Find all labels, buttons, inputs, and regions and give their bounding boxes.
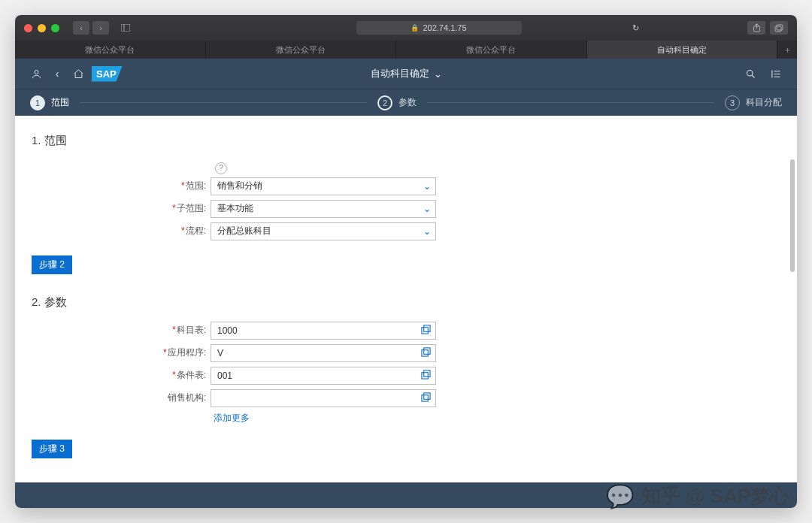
section-heading-1: 1. 范围 — [32, 134, 780, 148]
svg-rect-14 — [424, 347, 430, 353]
subscope-select[interactable]: 基本功能 ⌄ — [211, 200, 436, 218]
sales-org-input[interactable] — [211, 389, 436, 407]
wizard-step-label: 科目分配 — [746, 96, 782, 109]
svg-point-6 — [747, 70, 753, 76]
address-text: 202.74.1.75 — [423, 23, 466, 32]
share-button[interactable] — [747, 21, 765, 35]
chart-of-accounts-input[interactable]: 1000 — [211, 322, 436, 340]
maximize-window-button[interactable] — [51, 24, 59, 32]
sap-logo: SAP — [92, 66, 123, 82]
input-value: 1000 — [217, 325, 238, 336]
wizard-step-number: 3 — [725, 95, 740, 110]
svg-rect-11 — [422, 327, 428, 333]
page-title[interactable]: 自动科目确定 ⌄ — [371, 67, 442, 80]
select-value: 销售和分销 — [217, 180, 262, 192]
step-2-button[interactable]: 步骤 2 — [32, 255, 72, 274]
svg-rect-0 — [121, 24, 130, 32]
select-value: 分配总账科目 — [217, 225, 271, 237]
svg-rect-13 — [422, 349, 428, 355]
svg-rect-12 — [424, 325, 430, 331]
wizard-step-label: 参数 — [398, 96, 417, 109]
form-section-2: *科目表: 1000 *应用程序: V *条件表: 001 — [144, 322, 780, 425]
menu-list-icon[interactable] — [765, 63, 786, 84]
wizard-step-number: 1 — [30, 95, 45, 110]
browser-tabstrip: 微信公众平台 微信公众平台 微信公众平台 自动科目确定 ＋ — [15, 41, 797, 59]
lock-icon: 🔒 — [411, 24, 419, 32]
section-heading-2: 2. 参数 — [32, 295, 780, 310]
address-bar[interactable]: 🔒 202.74.1.75 ↻ — [356, 21, 522, 35]
user-icon[interactable] — [26, 63, 47, 84]
tab-label: 微信公众平台 — [85, 44, 135, 56]
traffic-lights — [24, 24, 59, 32]
wizard-progress-bar: 1 范围 2 参数 3 科目分配 — [15, 89, 797, 116]
svg-rect-4 — [777, 25, 783, 30]
wizard-step-1[interactable]: 1 范围 — [30, 95, 69, 110]
svg-rect-16 — [424, 370, 430, 376]
sap-shell-header: ‹ SAP 自动科目确定 ⌄ — [15, 59, 797, 89]
wizard-connector — [427, 102, 714, 103]
select-value: 基本功能 — [217, 202, 253, 215]
chevron-down-icon: ⌄ — [423, 226, 431, 237]
macos-titlebar: ‹ › 🔒 202.74.1.75 ↻ — [15, 15, 797, 41]
application-input[interactable]: V — [211, 344, 436, 362]
tab-label: 自动科目确定 — [657, 44, 707, 56]
condition-table-input[interactable]: 001 — [211, 367, 436, 385]
browser-tab-3[interactable]: 自动科目确定 — [587, 41, 778, 59]
required-asterisk: * — [172, 370, 176, 380]
browser-tab-1[interactable]: 微信公众平台 — [206, 41, 397, 59]
new-tab-button[interactable]: ＋ — [777, 41, 797, 59]
value-help-icon[interactable] — [421, 325, 431, 337]
input-value: 001 — [217, 370, 232, 381]
svg-rect-17 — [422, 395, 428, 401]
browser-tab-0[interactable]: 微信公众平台 — [15, 41, 206, 59]
field-label-condition-table: *条件表: — [144, 369, 211, 382]
add-more-link[interactable]: 添加更多 — [214, 412, 250, 425]
reload-icon[interactable]: ↻ — [632, 23, 639, 33]
required-asterisk: * — [172, 325, 176, 335]
scrollbar[interactable] — [790, 159, 795, 272]
content-area: 1. 范围 ? *范围: 销售和分销 ⌄ *子范围: 基本功能 ⌄ *流程: — [15, 116, 797, 482]
svg-rect-18 — [424, 392, 430, 398]
value-help-icon[interactable] — [421, 370, 431, 382]
svg-rect-3 — [775, 26, 781, 32]
nav-forward-button[interactable]: › — [92, 21, 109, 35]
value-help-icon[interactable] — [421, 392, 431, 404]
chevron-down-icon: ⌄ — [423, 204, 431, 214]
svg-rect-15 — [422, 372, 428, 378]
svg-point-5 — [35, 70, 38, 74]
help-icon[interactable]: ? — [215, 162, 227, 174]
minimize-window-button[interactable] — [38, 24, 46, 32]
browser-tab-2[interactable]: 微信公众平台 — [396, 41, 587, 59]
back-icon[interactable]: ‹ — [47, 63, 68, 84]
form-section-1: ? *范围: 销售和分销 ⌄ *子范围: 基本功能 ⌄ *流程: 分配总账科目 — [144, 160, 780, 240]
close-window-button[interactable] — [24, 24, 32, 32]
field-label-application: *应用程序: — [144, 346, 211, 359]
required-asterisk: * — [181, 180, 185, 191]
wizard-step-label: 范围 — [51, 96, 69, 109]
scope-select[interactable]: 销售和分销 ⌄ — [211, 177, 436, 195]
required-asterisk: * — [172, 203, 176, 213]
process-select[interactable]: 分配总账科目 ⌄ — [211, 222, 436, 240]
wizard-step-2[interactable]: 2 参数 — [377, 95, 417, 110]
chevron-down-icon: ⌄ — [423, 181, 431, 192]
field-label-subscope: *子范围: — [144, 202, 211, 215]
wizard-step-3[interactable]: 3 科目分配 — [725, 95, 782, 110]
required-asterisk: * — [181, 225, 185, 236]
wizard-step-number: 2 — [377, 95, 392, 110]
home-icon[interactable] — [68, 63, 89, 84]
chevron-down-icon: ⌄ — [434, 68, 442, 80]
tab-label: 微信公众平台 — [276, 44, 326, 56]
tab-label: 微信公众平台 — [466, 44, 516, 56]
input-value: V — [217, 348, 223, 358]
step-3-button[interactable]: 步骤 3 — [32, 440, 72, 458]
value-help-icon[interactable] — [421, 347, 431, 359]
nav-back-button[interactable]: ‹ — [73, 21, 89, 35]
page-title-text: 自动科目确定 — [371, 67, 429, 80]
field-label-process: *流程: — [144, 225, 211, 237]
tabs-overview-button[interactable] — [770, 21, 788, 35]
search-icon[interactable] — [740, 63, 761, 84]
footer-bar — [15, 482, 797, 508]
field-label-coa: *科目表: — [144, 324, 211, 337]
sidebar-toggle-button[interactable] — [121, 21, 130, 35]
wizard-connector — [80, 102, 367, 103]
